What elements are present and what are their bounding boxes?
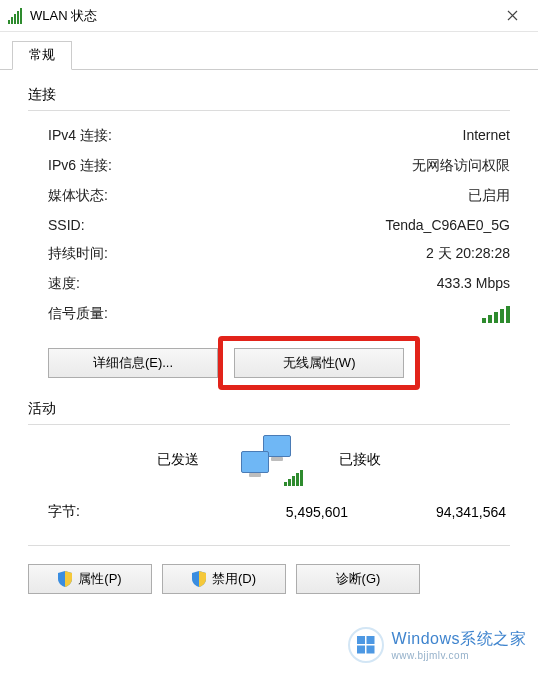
watermark-line1: Windows系统之家 [392, 629, 526, 650]
value-signal [482, 305, 510, 326]
label-signal: 信号质量: [48, 305, 108, 326]
value-duration: 2 天 20:28:28 [426, 245, 510, 263]
svg-rect-4 [366, 646, 374, 654]
window-title: WLAN 状态 [30, 7, 492, 25]
tab-general[interactable]: 常规 [12, 41, 72, 70]
row-ipv6: IPv6 连接: 无网络访问权限 [28, 151, 510, 181]
activity-graphic: 已发送 已接收 [28, 435, 510, 485]
disable-button[interactable]: 禁用(D) [162, 564, 286, 594]
row-ssid: SSID: Tenda_C96AE0_5G [28, 211, 510, 239]
section-connection: 连接 [28, 86, 510, 104]
row-speed: 速度: 433.3 Mbps [28, 269, 510, 299]
label-ssid: SSID: [48, 217, 85, 233]
shield-icon [192, 571, 206, 587]
watermark-line2: www.bjjmlv.com [392, 650, 526, 661]
label-received: 已接收 [339, 451, 381, 469]
properties-label: 属性(P) [78, 570, 121, 588]
close-button[interactable] [492, 2, 532, 30]
value-ssid: Tenda_C96AE0_5G [385, 217, 510, 233]
value-ipv4: Internet [463, 127, 510, 145]
signal-bars-icon [482, 305, 510, 323]
svg-rect-1 [357, 636, 365, 644]
label-duration: 持续时间: [48, 245, 108, 263]
row-signal: 信号质量: [28, 299, 510, 332]
wireless-properties-button[interactable]: 无线属性(W) [234, 348, 404, 378]
highlight-box: 无线属性(W) [234, 348, 404, 378]
label-ipv6: IPv6 连接: [48, 157, 112, 175]
bottom-buttons: 属性(P) 禁用(D) 诊断(G) [28, 564, 510, 594]
divider [28, 424, 510, 425]
label-ipv4: IPv4 连接: [48, 127, 112, 145]
value-speed: 433.3 Mbps [437, 275, 510, 293]
network-activity-icon [239, 435, 299, 485]
watermark: Windows系统之家 www.bjjmlv.com [348, 627, 526, 663]
diagnose-label: 诊断(G) [336, 570, 381, 588]
label-sent: 已发送 [157, 451, 199, 469]
svg-point-0 [349, 628, 383, 662]
row-ipv4: IPv4 连接: Internet [28, 121, 510, 151]
wlan-signal-icon [8, 8, 24, 24]
titlebar: WLAN 状态 [0, 0, 538, 32]
divider [28, 110, 510, 111]
shield-icon [58, 571, 72, 587]
section-activity: 活动 [28, 400, 510, 418]
watermark-text: Windows系统之家 www.bjjmlv.com [392, 629, 526, 661]
label-media: 媒体状态: [48, 187, 108, 205]
svg-rect-2 [366, 636, 374, 644]
label-speed: 速度: [48, 275, 80, 293]
row-duration: 持续时间: 2 天 20:28:28 [28, 239, 510, 269]
value-bytes-sent: 5,495,601 [178, 504, 348, 520]
connection-buttons: 详细信息(E)... 无线属性(W) [48, 348, 510, 378]
tab-strip: 常规 [0, 32, 538, 70]
label-bytes: 字节: [48, 503, 178, 521]
svg-rect-3 [357, 646, 365, 654]
properties-button[interactable]: 属性(P) [28, 564, 152, 594]
details-button[interactable]: 详细信息(E)... [48, 348, 218, 378]
windows-logo-icon [348, 627, 384, 663]
panel-general: 连接 IPv4 连接: Internet IPv6 连接: 无网络访问权限 媒体… [0, 70, 538, 610]
value-media: 已启用 [468, 187, 510, 205]
row-bytes: 字节: 5,495,601 94,341,564 [28, 493, 510, 539]
divider [28, 545, 510, 546]
row-media: 媒体状态: 已启用 [28, 181, 510, 211]
close-icon [507, 10, 518, 21]
disable-label: 禁用(D) [212, 570, 256, 588]
diagnose-button[interactable]: 诊断(G) [296, 564, 420, 594]
value-ipv6: 无网络访问权限 [412, 157, 510, 175]
value-bytes-received: 94,341,564 [348, 504, 510, 520]
